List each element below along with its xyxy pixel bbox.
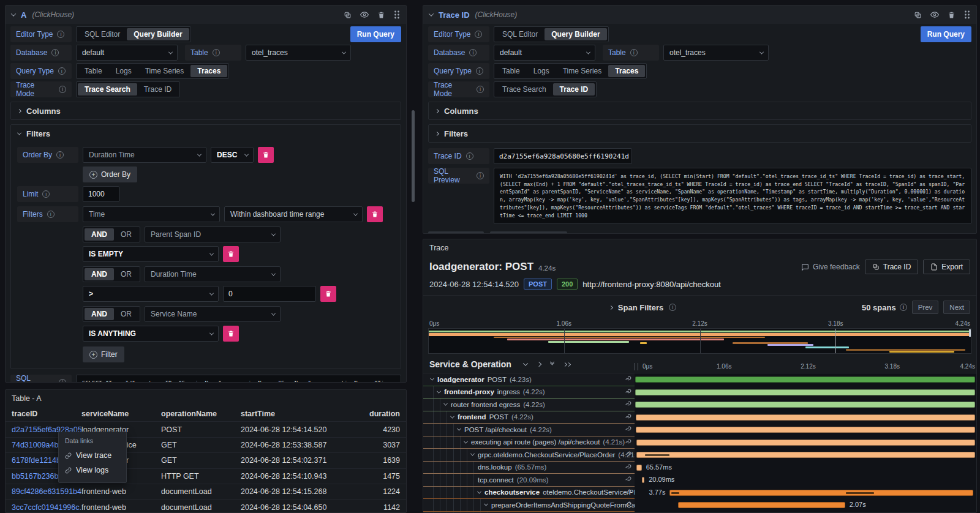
span-bar[interactable] (636, 427, 976, 433)
span-bar-cell[interactable] (635, 449, 976, 462)
view-trace-link[interactable]: View trace (59, 448, 126, 463)
span-bar-cell[interactable] (635, 424, 976, 436)
span-collapse-icon[interactable] (477, 489, 481, 493)
link-icon[interactable] (625, 426, 631, 434)
and-option[interactable]: AND (85, 268, 114, 280)
span-bar[interactable] (636, 452, 976, 458)
span-collapse-icon[interactable] (470, 452, 475, 456)
info-icon[interactable] (466, 152, 473, 160)
condition-operator-select[interactable]: IS ANYTHING (83, 326, 219, 342)
trace-search-option[interactable]: Trace Search (496, 83, 553, 95)
span-bar-cell[interactable] (635, 399, 976, 411)
span-collapse-icon[interactable] (464, 439, 468, 443)
span-bar[interactable] (669, 490, 973, 496)
span-filters-label[interactable]: Span Filters (618, 303, 663, 312)
filter-value-select[interactable]: Within dashboard time range (224, 206, 363, 222)
info-icon[interactable] (630, 49, 638, 56)
col-traceid[interactable]: traceID (12, 410, 81, 418)
col-servicename[interactable]: serviceName (81, 410, 161, 418)
add-filter-button[interactable]: Filter (83, 346, 124, 362)
or-option[interactable]: OR (114, 268, 138, 280)
link-icon[interactable] (625, 476, 631, 484)
info-icon[interactable] (900, 304, 907, 311)
export-button[interactable]: Export (923, 260, 970, 274)
query-builder-option[interactable]: Query Builder (127, 28, 189, 40)
info-icon[interactable] (59, 379, 66, 383)
span-row[interactable]: dns.lookup(65.57ms)65.57ms (423, 462, 976, 474)
col-operationname[interactable]: operationName (161, 410, 241, 418)
order-by-direction-select[interactable]: DESC (211, 147, 254, 163)
filters-section-header[interactable]: Filters (429, 125, 971, 142)
span-collapse-icon[interactable] (457, 427, 461, 431)
info-icon[interactable] (51, 49, 59, 56)
trace-id-option[interactable]: Trace ID (137, 83, 179, 95)
span-row[interactable]: tcp.connect(20.09ms)20.09ms (423, 474, 976, 487)
info-icon[interactable] (58, 67, 66, 75)
col-starttime[interactable]: startTime (241, 410, 366, 418)
span-row[interactable]: frontend-proxyingress(4.22s) (423, 386, 976, 399)
eye-icon[interactable] (930, 10, 939, 19)
span-name-cell[interactable]: POST /api/checkout(4.22s) (423, 424, 635, 436)
span-collapse-icon[interactable] (437, 389, 441, 393)
span-bar[interactable] (636, 465, 642, 471)
left-pane-scrollbar[interactable] (412, 110, 415, 202)
span-row[interactable]: router frontend egress(4.22s) (423, 399, 976, 411)
span-name-cell[interactable]: loadgeneratorPOST(4.23s) (423, 373, 635, 386)
info-icon[interactable] (476, 67, 483, 75)
or-option[interactable]: OR (114, 228, 138, 241)
query-type-traces[interactable]: Traces (608, 65, 645, 77)
span-collapse-icon[interactable] (443, 402, 448, 406)
and-option[interactable]: AND (85, 308, 114, 320)
span-row[interactable]: POST /api/checkout(4.22s) (423, 424, 976, 436)
span-name-cell[interactable]: frontend-proxyingress(4.22s) (423, 386, 635, 399)
info-icon[interactable] (475, 31, 482, 38)
limit-input[interactable]: 1000 (83, 186, 119, 202)
columns-section-header[interactable]: Columns (11, 102, 401, 119)
add-query-button[interactable]: Add query (428, 231, 484, 234)
span-name-cell[interactable]: tcp.connect(20.09ms) (423, 474, 635, 487)
span-row[interactable]: loadgeneratorPOST(4.23s) (423, 373, 976, 386)
condition-value-input[interactable]: 0 (223, 286, 316, 302)
span-collapse-icon[interactable] (484, 502, 488, 506)
info-icon[interactable] (56, 151, 64, 159)
span-bar-cell[interactable]: 2.07s (635, 499, 976, 512)
trash-icon[interactable] (377, 11, 385, 19)
run-query-button[interactable]: Run Query (921, 26, 971, 42)
give-feedback-link[interactable]: Give feedback (801, 263, 860, 271)
trace-id-link[interactable]: 3cc7ccfc01941996c... (12, 503, 81, 512)
expand-all-icon[interactable] (564, 363, 570, 366)
info-icon[interactable] (669, 304, 676, 311)
collapse-chevron-icon[interactable] (11, 11, 16, 16)
query-type-logs[interactable]: Logs (109, 65, 138, 77)
order-by-field-select[interactable]: Duration Time (83, 147, 206, 163)
trace-id-link[interactable]: 89cf4286e631591b4... (12, 487, 81, 496)
link-icon[interactable] (625, 501, 631, 509)
info-icon[interactable] (477, 172, 484, 179)
info-icon[interactable] (469, 49, 477, 56)
table-select[interactable]: otel_traces (246, 45, 351, 61)
condition-field-select[interactable]: Duration Time (145, 266, 281, 282)
run-query-button[interactable]: Run Query (350, 26, 401, 42)
span-bar-cell[interactable] (635, 436, 976, 449)
link-icon[interactable] (625, 489, 631, 497)
span-name-cell[interactable]: frontendPOST(4.22s) (423, 411, 635, 424)
minimap-drag-handle[interactable] (969, 329, 971, 337)
span-name-cell[interactable]: executing api route (pages) /api/checkou… (423, 436, 635, 449)
query-type-table[interactable]: Table (496, 65, 527, 77)
condition-field-select[interactable]: Service Name (145, 306, 281, 322)
info-icon[interactable] (42, 190, 50, 198)
trace-search-option[interactable]: Trace Search (78, 83, 137, 95)
view-logs-link[interactable]: View logs (59, 463, 126, 477)
link-icon[interactable] (625, 389, 631, 397)
span-bar-cell[interactable] (635, 386, 976, 399)
info-icon[interactable] (47, 211, 55, 218)
span-bar[interactable] (635, 389, 975, 395)
span-row[interactable]: checkoutserviceoteldemo.CheckoutService/… (423, 487, 976, 500)
span-row[interactable]: grpc.oteldemo.CheckoutService/PlaceOrder… (423, 449, 976, 462)
query-panel-a-header[interactable]: A (ClickHouse) (6, 6, 406, 24)
and-option[interactable]: AND (85, 228, 114, 241)
collapse-all-icon[interactable] (551, 363, 554, 365)
span-bar-cell[interactable]: 3.77s (635, 487, 976, 500)
info-icon[interactable] (477, 86, 484, 93)
collapse-one-icon[interactable] (523, 361, 528, 365)
